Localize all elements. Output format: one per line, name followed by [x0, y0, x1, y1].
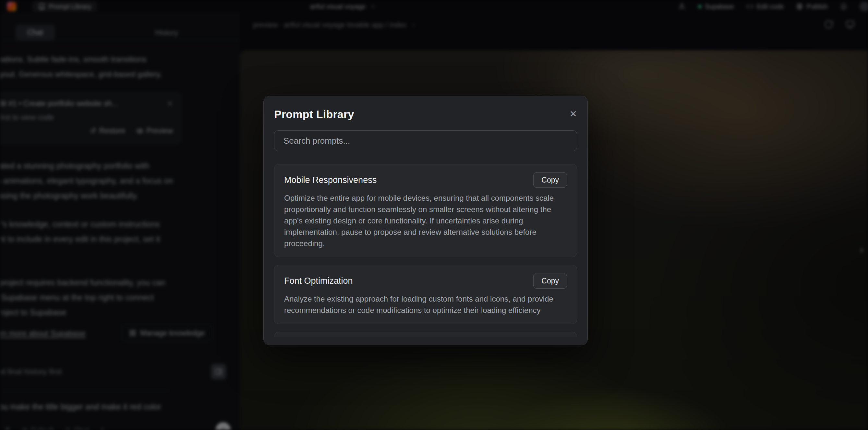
copy-button[interactable]: Copy — [533, 273, 567, 288]
prompt-list: Mobile Responsiveness Copy Optimize the … — [274, 164, 577, 337]
close-icon[interactable]: ✕ — [569, 110, 577, 119]
prompt-description: Analyze the existing approach for loadin… — [284, 293, 567, 316]
search-input[interactable] — [274, 130, 577, 151]
prompt-card-partially-visible — [274, 332, 577, 337]
copy-button[interactable]: Copy — [533, 172, 567, 188]
prompt-library-modal: Prompt Library ✕ Mobile Responsiveness C… — [264, 96, 588, 345]
modal-title: Prompt Library — [274, 108, 354, 121]
prompt-description: Optimize the entire app for mobile devic… — [284, 192, 567, 249]
app-screen: Prompt Library artful visual voyage Supa… — [0, 0, 868, 430]
prompt-title: Font Optimization — [284, 276, 353, 286]
prompt-title: Mobile Responsiveness — [284, 175, 377, 185]
prompt-card-font-optimization: Font Optimization Copy Analyze the exist… — [274, 265, 577, 324]
prompt-card-mobile-responsiveness: Mobile Responsiveness Copy Optimize the … — [274, 164, 577, 257]
